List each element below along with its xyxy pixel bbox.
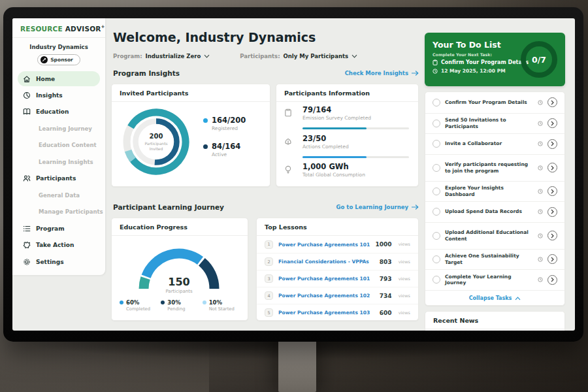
chevron-up-icon <box>515 297 521 301</box>
collapse-label: Collapse Tasks <box>469 295 512 301</box>
gauge-legend: 60% Completed 30% Pending 10% Not Starte… <box>120 299 244 312</box>
chevron-right-icon[interactable] <box>547 139 557 149</box>
program-insights-header: Program Insights Check More Insights <box>113 69 419 77</box>
sidebar-item-program[interactable]: Program <box>12 220 105 237</box>
todo-item[interactable]: Explore Your Insights Dashboard <box>425 181 564 202</box>
todo-checkbox[interactable] <box>433 99 440 106</box>
card-title: Recent News <box>425 312 564 329</box>
lesson-link[interactable]: Power Purchase Agreements 102 <box>278 293 374 299</box>
chevron-right-icon[interactable] <box>547 254 557 264</box>
todo-progress-ring: 0/7 <box>521 41 557 78</box>
legend-registered: 164/200 Registered <box>203 116 246 131</box>
todo-item[interactable]: Upload Additional Educational Content <box>425 222 564 249</box>
sponsor-badge[interactable]: Sponsor <box>37 54 80 65</box>
collapse-tasks-link[interactable]: Collapse Tasks <box>425 290 564 306</box>
chevron-right-icon[interactable] <box>547 97 557 107</box>
todo-item[interactable]: Verify participants requesting to join t… <box>425 154 564 181</box>
todo-item[interactable]: Invite a Collaborator <box>425 133 564 154</box>
sidebar-item-learning-journey[interactable]: Learning Journey <box>12 120 105 137</box>
chevron-right-icon[interactable] <box>547 231 557 240</box>
todo-checkbox[interactable] <box>433 276 440 284</box>
actions-progress-bar <box>302 156 409 158</box>
todo-item-label: Explore Your Insights Dashboard <box>445 185 533 198</box>
todo-item-label: Upload Spend Data Records <box>445 208 533 215</box>
card-title: Education Progress <box>112 218 248 236</box>
todo-checkbox[interactable] <box>433 188 440 195</box>
recent-news-card: Recent News <box>425 311 565 331</box>
participants-dropdown[interactable]: Participants: Only My Participants <box>240 53 357 59</box>
legend-label: Completed <box>126 306 161 312</box>
legend-completed: 60% Completed <box>120 299 161 312</box>
logo-part-secondary: ADVISOR <box>65 25 101 33</box>
energy-icon <box>284 164 292 176</box>
lesson-row[interactable]: 1 Power Purchase Agreements 101 1000 vie… <box>257 236 418 253</box>
invited-participants-donut: 200 Participants Invited <box>120 105 193 178</box>
sidebar-item-education-content[interactable]: Education Content <box>12 137 105 154</box>
clock-icon <box>538 141 543 146</box>
todo-item[interactable]: Upload Spend Data Records <box>425 201 564 222</box>
legend-dot <box>203 144 208 149</box>
sidebar-item-insights[interactable]: Insights <box>12 87 105 104</box>
lesson-row[interactable]: 3 Power Purchase Agreements 101 793 view… <box>257 270 418 287</box>
chevron-right-icon[interactable] <box>547 163 557 172</box>
info-label: Actions Completed <box>302 144 409 150</box>
sidebar-item-general-data[interactable]: General Data <box>12 187 105 204</box>
todo-checkbox[interactable] <box>433 140 440 148</box>
legend-value: 84/164 <box>212 142 240 151</box>
clipboard-icon <box>433 59 438 65</box>
lesson-link[interactable]: Financial Considerations - VPPAs <box>278 259 374 265</box>
todo-checkbox[interactable] <box>433 255 440 263</box>
chevron-right-icon[interactable] <box>547 275 557 285</box>
lesson-link[interactable]: Power Purchase Agreements 101 <box>278 242 370 248</box>
donut-legend: 164/200 Registered 84/164 Active <box>203 116 246 168</box>
lesson-link[interactable]: Power Purchase Agreements 101 <box>278 276 374 282</box>
lesson-link[interactable]: Power Purchase Agreements 103 <box>278 310 374 316</box>
sidebar-item-label: Manage Participants <box>39 208 103 215</box>
sidebar-item-home[interactable]: Home <box>18 71 100 86</box>
legend-label: Registered <box>212 125 246 131</box>
sidebar-item-label: Learning Journey <box>39 125 92 132</box>
legend-dot <box>203 118 208 123</box>
lesson-row[interactable]: 5 Power Purchase Agreements 103 600 view… <box>257 304 418 321</box>
section-title: Program Insights <box>113 69 180 77</box>
gear-icon <box>23 258 31 266</box>
lesson-row[interactable]: 4 Power Purchase Agreements 102 734 view… <box>257 287 418 304</box>
participants-label: Participants: <box>240 53 280 59</box>
todo-item[interactable]: Achieve One Sustainability Target <box>425 249 564 270</box>
program-dropdown[interactable]: Program: Industrialize Zero <box>113 53 210 59</box>
todo-item[interactable]: Confirm Your Program Details <box>425 92 564 113</box>
monitor-stand <box>278 340 316 392</box>
info-value: 23/50 <box>302 134 409 143</box>
sidebar-item-participants[interactable]: Participants <box>12 171 105 188</box>
sidebar: RESOURCE ADVISOR+ Industry Dynamics Spon… <box>12 18 105 275</box>
sidebar-item-settings[interactable]: Settings <box>12 253 105 270</box>
todo-checkbox[interactable] <box>433 120 440 127</box>
lesson-row[interactable]: 2 Financial Considerations - VPPAs 803 v… <box>257 253 418 270</box>
chevron-right-icon[interactable] <box>547 118 557 128</box>
legend-label: Active <box>212 152 240 157</box>
todo-item[interactable]: Send 50 Invitations to Participants <box>425 113 564 134</box>
sidebar-item-label: Learning Insights <box>39 159 93 165</box>
learning-journey-header: Participant Learning Journey Go to Learn… <box>113 203 419 211</box>
todo-item[interactable]: Complete Your Learning Journey <box>425 269 564 290</box>
go-to-learning-journey-link[interactable]: Go to Learning Journey <box>336 204 419 210</box>
sidebar-item-learning-insights[interactable]: Learning Insights <box>12 154 105 171</box>
lesson-rank: 5 <box>265 308 273 317</box>
sidebar-item-education[interactable]: Education <box>12 104 105 121</box>
sidebar-item-label: Education <box>36 108 69 115</box>
chevron-right-icon[interactable] <box>547 186 557 196</box>
sidebar-item-take-action[interactable]: Take Action <box>12 237 105 254</box>
views-suffix: views <box>399 293 410 299</box>
legend-label: Pending <box>167 306 202 312</box>
chevron-right-icon[interactable] <box>547 207 557 217</box>
check-more-insights-link[interactable]: Check More Insights <box>345 70 419 76</box>
todo-checkbox[interactable] <box>433 164 440 172</box>
todo-checkbox[interactable] <box>433 208 440 216</box>
todo-item-label: Complete Your Learning Journey <box>445 274 533 287</box>
lesson-views: 600 <box>380 310 392 316</box>
filter-bar: Program: Industrialize Zero Participants… <box>113 53 357 59</box>
todo-checkbox[interactable] <box>433 232 440 240</box>
arrow-right-icon <box>412 204 419 210</box>
sidebar-item-manage-participants[interactable]: Manage Participants <box>12 204 105 221</box>
home-icon <box>23 75 31 83</box>
